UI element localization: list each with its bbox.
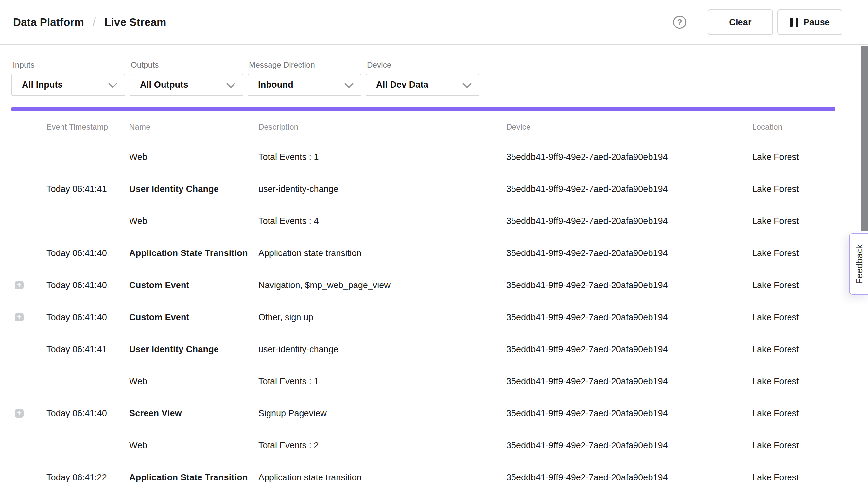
column-header-description: Description — [258, 122, 506, 131]
event-description-cell: Application state transition — [258, 248, 506, 259]
event-name-cell: Web — [129, 441, 258, 451]
event-name-cell: Application State Transition — [129, 248, 258, 259]
column-header-location: Location — [752, 122, 835, 131]
clear-button[interactable]: Clear — [708, 9, 773, 35]
location-cell: Lake Forest — [752, 184, 835, 194]
event-timestamp-cell: Today 06:41:41 — [46, 344, 129, 355]
chevron-down-icon — [226, 79, 236, 88]
event-name-cell: User Identity Change — [129, 344, 258, 355]
device-id-cell: 35eddb41-9ff9-49e2-7aed-20afa90eb194 — [506, 312, 752, 323]
device-id-cell: 35eddb41-9ff9-49e2-7aed-20afa90eb194 — [506, 344, 752, 355]
plus-icon: + — [17, 281, 21, 289]
expand-row-button[interactable]: + — [15, 281, 24, 290]
event-name-cell: Web — [129, 376, 258, 387]
table-row[interactable]: + Today 06:41:41 User Identity Change us… — [11, 333, 835, 365]
event-description-cell: user-identity-change — [258, 184, 506, 194]
location-cell: Lake Forest — [752, 344, 835, 355]
clear-button-label: Clear — [729, 17, 751, 28]
filter-group-device: Device All Dev Data — [366, 61, 479, 96]
pause-button[interactable]: Pause — [777, 9, 842, 35]
location-cell: Lake Forest — [752, 441, 835, 451]
event-name-cell: Screen View — [129, 408, 258, 419]
filter-label-outputs: Outputs — [131, 61, 243, 70]
table-row[interactable]: + Today 06:41:22 Application State Trans… — [11, 461, 835, 486]
breadcrumb-separator: / — [93, 15, 96, 29]
device-id-cell: 35eddb41-9ff9-49e2-7aed-20afa90eb194 — [506, 441, 752, 451]
event-name-cell: Application State Transition — [129, 473, 258, 483]
expand-row-button[interactable]: + — [15, 409, 24, 418]
help-icon[interactable]: ? — [673, 16, 686, 29]
table-row[interactable]: + Web Total Events : 1 35eddb41-9ff9-49e… — [11, 365, 835, 397]
device-id-cell: 35eddb41-9ff9-49e2-7aed-20afa90eb194 — [506, 376, 752, 387]
stream-table-body: + Web Total Events : 1 35eddb41-9ff9-49e… — [11, 141, 835, 486]
table-row[interactable]: + Today 06:41:40 Screen View Signup Page… — [11, 397, 835, 429]
event-description-cell: user-identity-change — [258, 344, 506, 355]
device-id-cell: 35eddb41-9ff9-49e2-7aed-20afa90eb194 — [506, 216, 752, 226]
filter-bar: Inputs All Inputs Outputs All Outputs Me… — [11, 61, 868, 96]
message-direction-dropdown[interactable]: Inbound — [248, 73, 362, 96]
table-row[interactable]: + Today 06:41:40 Custom Event Other, sig… — [11, 301, 835, 333]
expand-cell: + — [11, 313, 46, 322]
filter-label-inputs: Inputs — [13, 61, 125, 70]
column-header-device: Device — [506, 122, 752, 131]
table-row[interactable]: + Today 06:41:40 Custom Event Navigation… — [11, 269, 835, 301]
chevron-down-icon — [462, 79, 472, 88]
device-dropdown[interactable]: All Dev Data — [366, 73, 479, 96]
expand-row-button[interactable]: + — [15, 313, 24, 322]
plus-icon: + — [17, 313, 21, 321]
table-row[interactable]: + Web Total Events : 2 35eddb41-9ff9-49e… — [11, 429, 835, 461]
event-description-cell: Application state transition — [258, 473, 506, 483]
event-timestamp-cell: Today 06:41:40 — [46, 280, 129, 291]
location-cell: Lake Forest — [752, 248, 835, 259]
outputs-dropdown-value: All Outputs — [140, 80, 188, 90]
inputs-dropdown[interactable]: All Inputs — [11, 73, 125, 96]
question-mark-glyph: ? — [677, 18, 682, 27]
feedback-tab[interactable]: Feedback — [849, 233, 868, 295]
expand-cell: + — [11, 281, 46, 290]
location-cell: Lake Forest — [752, 280, 835, 291]
table-row[interactable]: + Today 06:41:40 Application State Trans… — [11, 237, 835, 269]
event-description-cell: Total Events : 2 — [258, 441, 506, 451]
table-row[interactable]: + Today 06:41:41 User Identity Change us… — [11, 173, 835, 205]
location-cell: Lake Forest — [752, 408, 835, 419]
chevron-down-icon — [344, 79, 353, 88]
vertical-scrollbar-thumb[interactable] — [861, 46, 868, 231]
outputs-dropdown[interactable]: All Outputs — [129, 73, 243, 96]
filter-group-outputs: Outputs All Outputs — [129, 61, 243, 96]
location-cell: Lake Forest — [752, 152, 835, 162]
device-id-cell: 35eddb41-9ff9-49e2-7aed-20afa90eb194 — [506, 408, 752, 419]
location-cell: Lake Forest — [752, 473, 835, 483]
breadcrumb-section[interactable]: Data Platform — [13, 16, 84, 28]
filter-group-inputs: Inputs All Inputs — [11, 61, 125, 96]
location-cell: Lake Forest — [752, 376, 835, 387]
device-id-cell: 35eddb41-9ff9-49e2-7aed-20afa90eb194 — [506, 280, 752, 291]
pause-button-label: Pause — [804, 17, 830, 28]
event-name-cell: Web — [129, 216, 258, 226]
event-description-cell: Total Events : 4 — [258, 216, 506, 226]
device-id-cell: 35eddb41-9ff9-49e2-7aed-20afa90eb194 — [506, 248, 752, 259]
device-id-cell: 35eddb41-9ff9-49e2-7aed-20afa90eb194 — [506, 152, 752, 162]
column-header-name: Name — [129, 122, 258, 131]
filter-group-message-direction: Message Direction Inbound — [248, 61, 362, 96]
expand-cell: + — [11, 409, 46, 418]
event-name-cell: Custom Event — [129, 312, 258, 323]
event-timestamp-cell: Today 06:41:41 — [46, 184, 129, 194]
breadcrumb: Data Platform / Live Stream — [13, 16, 166, 29]
location-cell: Lake Forest — [752, 312, 835, 323]
chevron-down-icon — [108, 79, 117, 88]
event-timestamp-cell: Today 06:41:40 — [46, 248, 129, 259]
event-timestamp-cell: Today 06:41:40 — [46, 312, 129, 323]
event-timestamp-cell: Today 06:41:40 — [46, 408, 129, 419]
inputs-dropdown-value: All Inputs — [22, 80, 63, 90]
event-timestamp-cell: Today 06:41:22 — [46, 473, 129, 483]
filter-label-device: Device — [367, 61, 479, 70]
table-row[interactable]: + Web Total Events : 1 35eddb41-9ff9-49e… — [11, 141, 835, 173]
event-description-cell: Total Events : 1 — [258, 152, 506, 162]
table-header-row: Event Timestamp Name Description Device … — [11, 111, 835, 141]
event-name-cell: Web — [129, 152, 258, 162]
event-description-cell: Signup Pageview — [258, 408, 506, 419]
app-header: Data Platform / Live Stream ? Clear Paus… — [0, 0, 868, 45]
event-name-cell: User Identity Change — [129, 184, 258, 194]
page-title: Live Stream — [104, 16, 166, 28]
table-row[interactable]: + Web Total Events : 4 35eddb41-9ff9-49e… — [11, 205, 835, 237]
